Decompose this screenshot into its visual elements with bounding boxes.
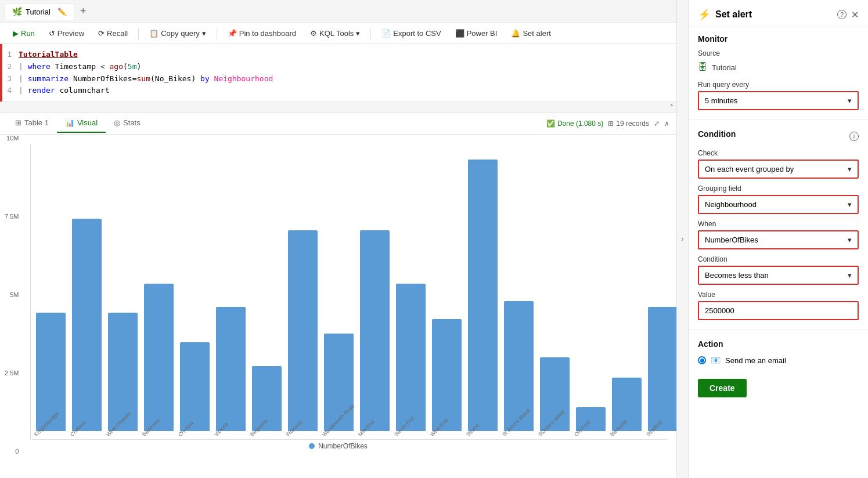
action-section: Action 📧 Send me an email	[689, 332, 868, 374]
source-label: Source	[698, 49, 859, 57]
y-label-10m: 10M	[5, 135, 19, 142]
kql-icon: ⚙	[310, 29, 317, 38]
grouping-arrow-icon: ▾	[848, 200, 852, 209]
code-token: |	[19, 62, 28, 71]
condition-info-icon[interactable]: i	[849, 132, 859, 141]
export-icon: 📄	[381, 29, 391, 38]
email-radio-item[interactable]: 📧 Send me an email	[698, 353, 859, 367]
tab-visual[interactable]: 📊 Visual	[57, 114, 106, 133]
grouping-value: Neighbourhood	[705, 200, 757, 209]
kql-dropdown-icon: ▾	[356, 29, 360, 38]
code-editor[interactable]: 1 TutorialTable 2 | where Timestamp < ag…	[0, 44, 676, 102]
code-line-2: 2 | where Timestamp < ago(5m)	[0, 61, 676, 73]
export-csv-button[interactable]: 📄 Export to CSV	[376, 27, 446, 40]
panel-title: ⚡ Set alert	[698, 8, 752, 21]
side-arrows[interactable]: ›	[676, 0, 688, 478]
legend-dot	[309, 443, 315, 449]
code-token: TutorialTable	[19, 50, 78, 59]
chart-bar-group: Strand	[465, 144, 500, 439]
copy-icon: 📋	[149, 29, 159, 38]
create-button[interactable]: Create	[698, 379, 747, 397]
kql-label: KQL Tools	[319, 29, 354, 38]
recall-button[interactable]: ⟳ Recall	[92, 27, 134, 40]
pin-dashboard-button[interactable]: 📌 Pin to dashboard	[222, 27, 302, 40]
code-token: (No_Bikes)	[150, 74, 200, 83]
divider-monitor-condition	[689, 119, 868, 120]
y-label-5m: 5M	[5, 291, 19, 298]
source-item: 🗄 Tutorial	[698, 60, 859, 75]
run-button[interactable]: ▶ Run	[7, 27, 41, 40]
expand-icon[interactable]: ⤢	[654, 119, 660, 128]
line-num-2: 2	[0, 61, 19, 73]
stats-icon: ◎	[114, 118, 120, 127]
run-label: Run	[21, 29, 35, 38]
line-content-2: | where Timestamp < ago(5m)	[19, 61, 676, 73]
tab-edit-icon[interactable]: ✏️	[57, 8, 67, 16]
condition-dropdown-label: Condition	[698, 255, 859, 263]
code-line-1: 1 TutorialTable	[0, 49, 676, 61]
chart-bar-group: Belgravia	[249, 144, 284, 439]
recall-icon: ⟳	[98, 29, 105, 38]
collapse-icon[interactable]: ⌃	[669, 103, 674, 111]
grouping-label: Grouping field	[698, 184, 859, 193]
line-content-1: TutorialTable	[19, 49, 676, 61]
chart-bar	[468, 160, 498, 431]
chart-bar-group: Old Ford	[573, 144, 608, 439]
when-arrow-icon: ▾	[848, 236, 852, 244]
table1-icon: ⊞	[15, 118, 21, 127]
recall-label: Recall	[107, 29, 128, 38]
check-arrow-icon: ▾	[848, 165, 852, 173]
check-dropdown[interactable]: On each event grouped by ▾	[698, 160, 859, 179]
power-bi-button[interactable]: ⬛ Power BI	[449, 27, 503, 40]
email-icon: 📧	[711, 356, 721, 365]
results-area: ⊞ Table 1 📊 Visual ◎ Stats ✅ Done (1.080…	[0, 113, 676, 478]
close-icon[interactable]: ✕	[851, 9, 859, 20]
code-token: ago	[110, 62, 123, 71]
condition-arrow-icon: ▾	[848, 271, 852, 280]
chart-area: 10M 7.5M 5M 2.5M 0 KnightsbridgeChelseaW…	[0, 135, 676, 478]
line-content-4: | render columnchart	[19, 85, 676, 97]
chart-bar	[432, 319, 462, 431]
panel-body: Monitor Source 🗄 Tutorial Run query ever…	[689, 27, 868, 478]
kql-tools-button[interactable]: ⚙ KQL Tools ▾	[304, 27, 366, 40]
chart-bar-group: Fitzrovia	[285, 144, 320, 439]
code-token: )	[137, 62, 142, 71]
monitor-title: Monitor	[698, 34, 859, 44]
arrow-right-icon[interactable]: ›	[682, 235, 684, 243]
run-query-dropdown[interactable]: 5 minutes ▾	[698, 91, 859, 110]
collapse-bar[interactable]: ⌃	[0, 102, 676, 113]
panel-header: ⚡ Set alert ? ✕	[689, 0, 868, 27]
divider-2	[217, 28, 217, 39]
code-token: Neighbourhood	[210, 74, 273, 83]
set-alert-button[interactable]: 🔔 Set alert	[505, 27, 556, 40]
help-icon[interactable]: ?	[837, 10, 847, 19]
code-token: <	[100, 62, 105, 71]
export-label: Export to CSV	[393, 29, 441, 38]
copy-query-button[interactable]: 📋 Copy query ▾	[143, 27, 211, 40]
email-radio[interactable]	[698, 356, 706, 364]
preview-icon: ↺	[49, 29, 55, 38]
tab-table1[interactable]: ⊞ Table 1	[7, 114, 57, 133]
line-content-3: | summarize NumberOfBikes=sum(No_Bikes) …	[19, 73, 676, 85]
tab-stats[interactable]: ◎ Stats	[106, 114, 149, 133]
collapse-results-icon[interactable]: ∧	[664, 119, 669, 128]
condition-dropdown[interactable]: Becomes less than ▾	[698, 266, 859, 285]
copy-dropdown-icon: ▾	[202, 29, 206, 38]
divider-3	[370, 28, 371, 39]
preview-label: Preview	[57, 29, 84, 38]
code-token: where	[28, 62, 51, 71]
condition-section: Condition i Check On each event grouped …	[689, 122, 868, 327]
pin-label: Pin to dashboard	[239, 29, 296, 38]
run-query-arrow-icon: ▾	[848, 96, 852, 105]
tab-add-button[interactable]: +	[74, 2, 92, 21]
source-icon: 🗄	[698, 62, 707, 73]
chart-bar-group: Olympia	[177, 144, 212, 439]
code-line-4: 4 | render columnchart	[0, 85, 676, 97]
when-dropdown[interactable]: NumberOfBikes ▾	[698, 230, 859, 249]
value-input[interactable]	[698, 301, 859, 320]
tutorial-tab[interactable]: 🌿 Tutorial ✏️	[5, 3, 74, 20]
alert-icon: 🔔	[511, 29, 520, 38]
visual-icon: 📊	[65, 118, 74, 127]
preview-button[interactable]: ↺ Preview	[43, 27, 90, 40]
grouping-dropdown[interactable]: Neighbourhood ▾	[698, 195, 859, 214]
